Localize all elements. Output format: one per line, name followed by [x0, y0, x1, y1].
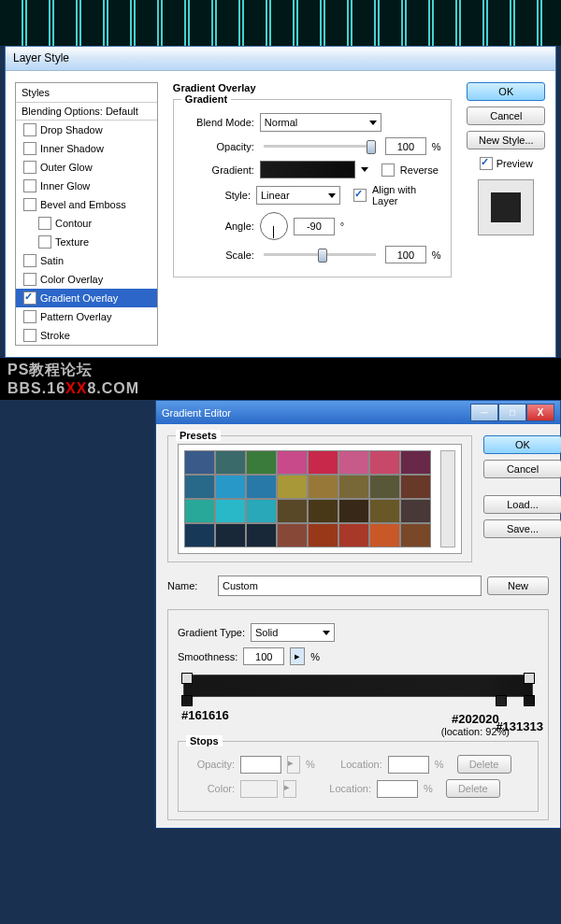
preset-swatch[interactable]: [246, 450, 277, 475]
checkbox[interactable]: [38, 217, 51, 230]
preset-swatch[interactable]: [369, 475, 400, 499]
preset-swatch[interactable]: [215, 475, 246, 499]
color-stop-1[interactable]: [181, 695, 193, 706]
gradient-swatch[interactable]: [260, 161, 355, 178]
preset-swatch[interactable]: [246, 475, 277, 499]
preset-swatch[interactable]: [400, 499, 431, 523]
preset-swatch[interactable]: [369, 523, 400, 547]
style-gradient-overlay[interactable]: Gradient Overlay: [16, 289, 157, 307]
scale-slider[interactable]: [264, 253, 376, 256]
scrollbar[interactable]: [440, 450, 455, 547]
preset-swatch[interactable]: [308, 523, 338, 547]
preview-checkbox[interactable]: [480, 157, 493, 170]
opacity-stop[interactable]: [524, 673, 535, 684]
preset-swatch[interactable]: [277, 523, 308, 547]
styles-header[interactable]: Styles: [16, 83, 157, 103]
angle-wheel[interactable]: [260, 212, 288, 240]
preset-swatch[interactable]: [246, 499, 277, 523]
preset-swatch[interactable]: [215, 523, 246, 547]
checkbox[interactable]: [23, 142, 36, 155]
gradient-type-dropdown[interactable]: Solid: [251, 623, 335, 642]
preset-swatch[interactable]: [308, 450, 338, 475]
preset-swatch[interactable]: [338, 475, 369, 499]
style-inner-glow[interactable]: Inner Glow: [16, 177, 157, 195]
ge-save-button[interactable]: Save...: [483, 519, 561, 538]
ge-cancel-button[interactable]: Cancel: [483, 460, 561, 478]
preset-swatch[interactable]: [184, 499, 215, 523]
preset-swatch[interactable]: [277, 475, 308, 499]
checkbox[interactable]: [23, 161, 36, 174]
preset-swatch[interactable]: [369, 450, 400, 475]
checkbox[interactable]: [23, 273, 36, 286]
reverse-checkbox[interactable]: [381, 163, 395, 177]
chevron-down-icon[interactable]: [361, 167, 368, 172]
new-style-button[interactable]: New Style...: [467, 131, 545, 149]
name-input[interactable]: [218, 576, 482, 596]
style-stroke[interactable]: Stroke: [16, 326, 157, 345]
delete-color-button[interactable]: Delete: [446, 779, 500, 798]
ok-button[interactable]: OK: [467, 82, 545, 101]
preset-swatch[interactable]: [338, 523, 369, 547]
preset-swatch[interactable]: [277, 499, 308, 523]
preset-swatch[interactable]: [184, 450, 215, 475]
scale-input[interactable]: [385, 246, 426, 263]
preset-swatch[interactable]: [369, 499, 400, 523]
gradient-bar[interactable]: [183, 675, 533, 697]
style-inner-shadow[interactable]: Inner Shadow: [16, 139, 157, 158]
stops-label: Stops: [186, 735, 223, 746]
panel-title: Gradient Overlay: [173, 82, 452, 93]
preset-swatch[interactable]: [400, 450, 431, 475]
style-pattern-overlay[interactable]: Pattern Overlay: [16, 307, 157, 326]
style-color-overlay[interactable]: Color Overlay: [16, 270, 157, 289]
checkbox[interactable]: [23, 254, 36, 267]
checkbox[interactable]: [23, 179, 36, 192]
preset-swatch[interactable]: [400, 475, 431, 499]
checkbox[interactable]: [23, 310, 36, 323]
style-outer-glow[interactable]: Outer Glow: [16, 158, 157, 177]
checkbox[interactable]: [38, 235, 51, 249]
preset-swatch[interactable]: [184, 523, 215, 547]
minimize-button[interactable]: ─: [470, 404, 498, 421]
style-drop-shadow[interactable]: Drop Shadow: [16, 121, 157, 139]
preset-swatch-grid[interactable]: [184, 450, 431, 547]
maximize-button[interactable]: □: [498, 404, 526, 421]
checkbox[interactable]: [23, 198, 36, 211]
checkbox[interactable]: [23, 123, 36, 136]
preset-swatch[interactable]: [308, 475, 338, 499]
preset-swatch[interactable]: [184, 475, 215, 499]
blending-default[interactable]: Blending Options: Default: [16, 103, 157, 121]
ge-load-button[interactable]: Load...: [483, 495, 561, 514]
preset-swatch[interactable]: [400, 523, 431, 547]
new-button[interactable]: New: [487, 576, 549, 595]
preset-swatch[interactable]: [338, 450, 369, 475]
style-satin[interactable]: Satin: [16, 251, 157, 270]
style-contour[interactable]: Contour: [16, 214, 157, 233]
preset-swatch[interactable]: [215, 499, 246, 523]
checkbox[interactable]: [23, 329, 36, 342]
style-dropdown[interactable]: Linear: [256, 186, 340, 205]
opacity-stop[interactable]: [181, 673, 193, 684]
color-stop-3[interactable]: [524, 695, 535, 706]
smoothness-flyout[interactable]: ▸: [290, 647, 305, 665]
align-checkbox[interactable]: [353, 189, 367, 202]
watermark: PS教程论坛 BBS.16XX8.COM: [0, 358, 561, 400]
blend-mode-dropdown[interactable]: Normal: [260, 113, 381, 132]
preset-swatch[interactable]: [338, 499, 369, 523]
close-button[interactable]: X: [526, 404, 554, 421]
angle-input[interactable]: [294, 218, 335, 235]
style-bevel-emboss[interactable]: Bevel and Emboss: [16, 195, 157, 214]
checkbox[interactable]: [23, 291, 36, 305]
preset-swatch[interactable]: [277, 450, 308, 475]
preset-swatch[interactable]: [246, 523, 277, 547]
ge-ok-button[interactable]: OK: [483, 435, 561, 454]
color-stop-2[interactable]: [496, 695, 507, 706]
smoothness-input[interactable]: [243, 647, 284, 665]
preset-swatch[interactable]: [308, 499, 338, 523]
opacity-slider[interactable]: [264, 145, 376, 148]
style-texture[interactable]: Texture: [16, 233, 157, 251]
opacity-input[interactable]: [385, 137, 426, 155]
preset-swatch[interactable]: [215, 450, 246, 475]
cancel-button[interactable]: Cancel: [467, 107, 545, 125]
angle-label: Angle:: [183, 220, 254, 232]
styles-list: Styles Blending Options: Default Drop Sh…: [15, 82, 158, 346]
